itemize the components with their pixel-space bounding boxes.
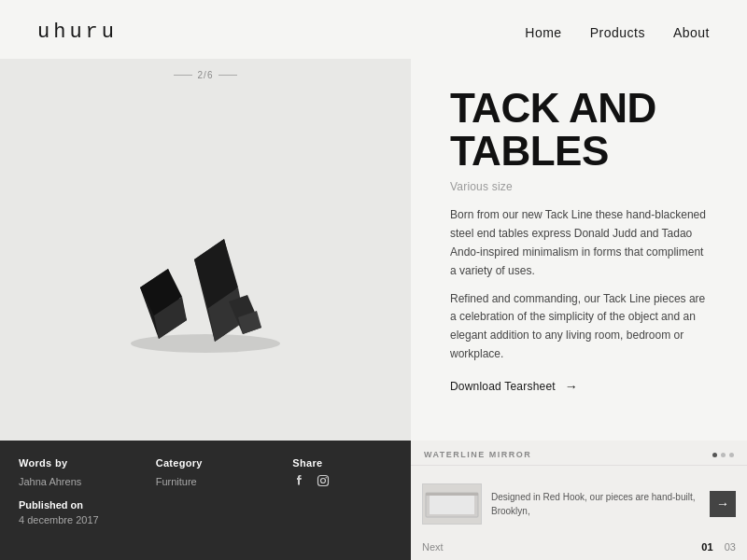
product-title: TACK AND TABLES — [450, 87, 712, 173]
nav-about[interactable]: About — [673, 25, 710, 40]
category-label: Category — [156, 457, 256, 469]
svg-point-11 — [326, 477, 327, 478]
footer-right: WATERLINE MIRROR Designed — [411, 441, 747, 560]
footer-category-col: Category Furniture — [137, 441, 275, 560]
dot-2 — [721, 453, 726, 457]
category-value: Furniture — [156, 474, 256, 490]
product-desc-2: Refined and commanding, our Tack Line pi… — [450, 290, 712, 364]
related-header: WATERLINE MIRROR — [411, 441, 747, 466]
svg-rect-14 — [426, 493, 478, 496]
dot-3 — [729, 453, 734, 457]
dot-1 — [712, 453, 717, 457]
social-icons — [292, 474, 392, 491]
related-desc: Designed in Red Hook, our pieces are han… — [491, 490, 700, 504]
header: uhuru Home Products About — [0, 0, 747, 59]
download-link[interactable]: Download Tearsheet → — [450, 379, 712, 394]
product-image — [84, 129, 327, 371]
facebook-icon[interactable] — [292, 474, 305, 491]
svg-rect-13 — [430, 496, 474, 514]
download-label: Download Tearsheet — [450, 380, 556, 393]
total-pages: 03 — [725, 541, 736, 553]
current-page: 01 — [701, 541, 712, 553]
page-wrapper: uhuru Home Products About 2/6 — [0, 0, 747, 560]
svg-rect-9 — [318, 476, 329, 486]
image-panel: 2/6 — [0, 59, 411, 441]
footer-left: Words by Jahna Ahrens Published on 4 dec… — [0, 441, 411, 560]
related-next-label[interactable]: Next — [422, 541, 444, 553]
related-arrow-button[interactable]: → — [710, 491, 736, 517]
product-subtitle: Various size — [450, 180, 712, 193]
product-desc-1: Born from our new Tack Line these hand-b… — [450, 206, 712, 280]
svg-point-0 — [131, 334, 280, 353]
words-by-value: Jahna Ahrens — [19, 474, 119, 490]
related-footer-row: Next 01 03 — [411, 541, 747, 560]
arrow-right-icon: → — [565, 379, 578, 394]
nav: Home Products About — [525, 25, 710, 40]
nav-home[interactable]: Home — [525, 25, 561, 40]
related-title: WATERLINE MIRROR — [424, 450, 531, 459]
slide-indicator: 2/6 — [0, 70, 411, 80]
related-location: Brooklyn, — [491, 504, 700, 518]
related-dots — [712, 453, 734, 457]
logo: uhuru — [37, 21, 118, 44]
instagram-icon[interactable] — [317, 474, 330, 491]
related-info: Designed in Red Hook, our pieces are han… — [491, 490, 700, 518]
footer-words-col: Words by Jahna Ahrens Published on 4 dec… — [0, 441, 137, 560]
related-body: Designed in Red Hook, our pieces are han… — [411, 466, 747, 541]
words-by-label: Words by — [19, 457, 119, 469]
main-content: 2/6 TACK AN — [0, 59, 747, 441]
slide-line-right — [218, 75, 237, 76]
text-panel: TACK AND TABLES Various size Born from o… — [411, 59, 747, 441]
published-label: Published on — [19, 499, 119, 511]
svg-point-10 — [321, 479, 326, 483]
arrow-icon: → — [716, 497, 729, 511]
footer: Words by Jahna Ahrens Published on 4 dec… — [0, 441, 747, 560]
share-label: Share — [292, 457, 392, 469]
nav-products[interactable]: Products — [590, 25, 645, 40]
related-thumbnail — [422, 483, 482, 525]
published-value: 4 decembre 2017 — [19, 514, 119, 525]
footer-share-col: Share — [274, 441, 411, 560]
related-pagination: 01 03 — [701, 541, 736, 553]
slide-number: 2/6 — [198, 70, 214, 80]
slide-line-left — [174, 75, 192, 76]
